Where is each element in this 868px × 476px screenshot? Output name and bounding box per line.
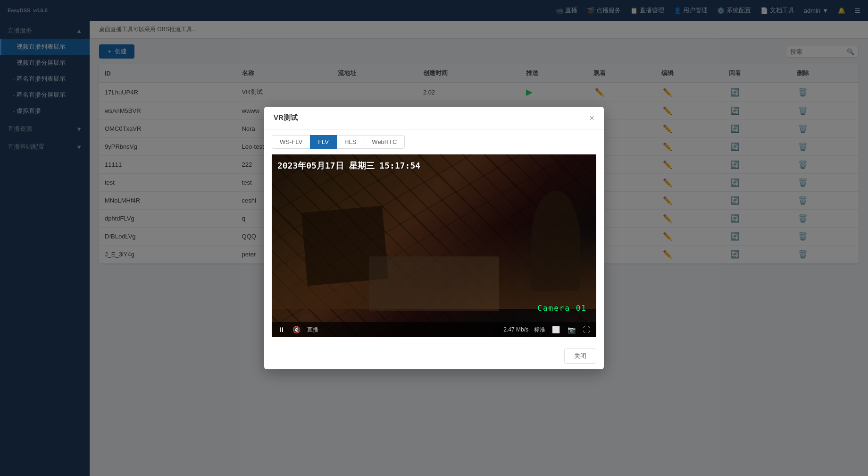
modal-footer: 关闭 bbox=[264, 343, 604, 369]
desk-object-3 bbox=[369, 256, 499, 311]
fullscreen-button[interactable]: ⛶ bbox=[582, 325, 591, 334]
live-badge: 直播 bbox=[307, 326, 318, 334]
speed-label: 2.47 Mb/s bbox=[503, 326, 528, 333]
modal-overlay[interactable]: VR测试 × WS-FLV FLV HLS WebRTC 2023年05月17日… bbox=[0, 0, 868, 476]
modal-title: VR测试 bbox=[274, 113, 298, 122]
video-frame: 2023年05月17日 星期三 15:17:54 Camera 01 ⏸ 🔇 直… bbox=[272, 154, 596, 337]
video-camera-label: Camera 01 bbox=[537, 304, 587, 313]
pip-button[interactable]: ⬜ bbox=[551, 325, 561, 334]
video-datetime: 2023年05月17日 星期三 15:17:54 bbox=[277, 160, 420, 171]
tab-flv[interactable]: FLV bbox=[310, 135, 337, 149]
tab-webrtc[interactable]: WebRTC bbox=[364, 135, 405, 149]
close-modal-button[interactable]: 关闭 bbox=[564, 348, 596, 364]
modal-close-button[interactable]: × bbox=[589, 114, 594, 122]
video-player: 2023年05月17日 星期三 15:17:54 Camera 01 ⏸ 🔇 直… bbox=[272, 154, 596, 337]
quality-label: 标准 bbox=[534, 326, 545, 334]
modal-tabs: WS-FLV FLV HLS WebRTC bbox=[264, 129, 604, 149]
video-controls: ⏸ 🔇 直播 2.47 Mb/s 标准 ⬜ 📷 ⛶ bbox=[272, 322, 596, 337]
tab-hls[interactable]: HLS bbox=[336, 135, 364, 149]
modal-dialog: VR测试 × WS-FLV FLV HLS WebRTC 2023年05月17日… bbox=[264, 107, 604, 369]
pause-button[interactable]: ⏸ bbox=[277, 325, 286, 334]
modal-header: VR测试 × bbox=[264, 107, 604, 129]
tab-ws-flv[interactable]: WS-FLV bbox=[272, 135, 310, 149]
desk-object-2 bbox=[531, 191, 580, 291]
screenshot-button[interactable]: 📷 bbox=[567, 325, 576, 334]
mute-button[interactable]: 🔇 bbox=[292, 325, 301, 334]
